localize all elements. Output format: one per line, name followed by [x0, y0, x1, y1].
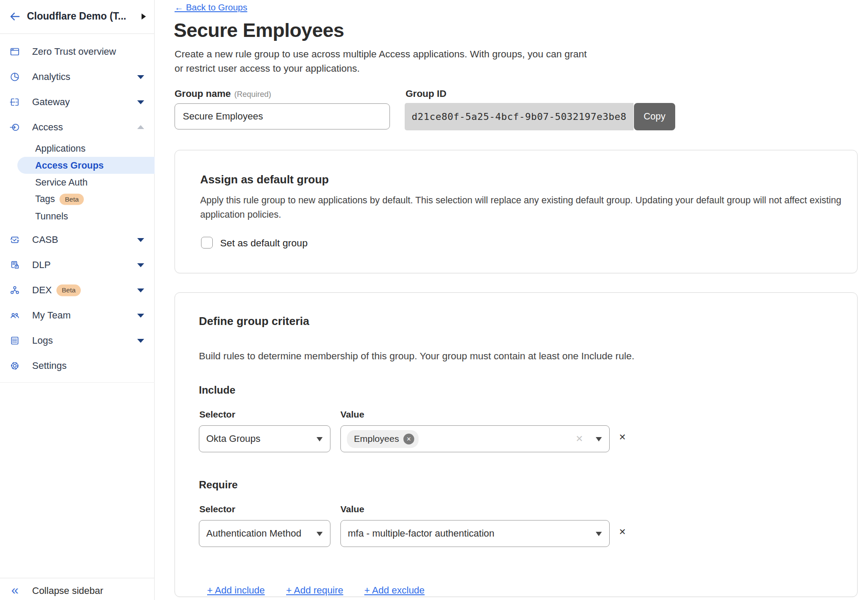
sidebar-item-access[interactable]: Access: [0, 115, 155, 140]
sidebar-item-label: DEX: [32, 285, 52, 296]
require-value-label: Value: [340, 504, 364, 514]
chevron-down-icon[interactable]: [137, 238, 144, 242]
sidebar-item-label: Gateway: [32, 96, 70, 108]
chip-label: Employees: [354, 434, 399, 444]
add-require-link[interactable]: + Add require: [286, 585, 343, 596]
sidebar-item-label: Tags: [35, 194, 55, 205]
employees-chip: Employees ✕: [347, 430, 419, 448]
remove-require-rule-icon[interactable]: ✕: [619, 527, 626, 537]
require-selector-value: Authentication Method: [206, 528, 301, 539]
account-expand-caret-icon[interactable]: [142, 13, 146, 20]
sidebar-item-zero-trust-overview[interactable]: Zero Trust overview: [0, 39, 155, 64]
sidebar-item-dlp[interactable]: DLP: [0, 252, 155, 278]
require-selector-label: Selector: [199, 504, 235, 514]
sidebar-item-tunnels[interactable]: Tunnels: [0, 208, 155, 225]
include-value-label: Value: [340, 409, 364, 420]
sidebar: Cloudflare Demo (T... Zero Trust overvie…: [0, 0, 155, 600]
people-icon: [10, 310, 20, 321]
sidebar-item-logs[interactable]: Logs: [0, 328, 155, 353]
pie-chart-icon: [10, 72, 20, 82]
chevron-down-icon[interactable]: [137, 314, 144, 318]
beta-badge: Beta: [56, 285, 81, 296]
sidebar-item-label: Settings: [32, 360, 67, 371]
require-heading: Require: [199, 479, 238, 491]
beta-badge: Beta: [59, 193, 84, 205]
assign-default-group-card: Assign as default group Apply this rule …: [175, 150, 858, 273]
back-to-groups-link[interactable]: ← Back to Groups: [175, 2, 247, 13]
gateway-icon: [10, 97, 20, 107]
sidebar-item-label: DLP: [32, 259, 51, 271]
sidebar-nav: Zero Trust overview Analytics Gateway A: [0, 39, 155, 378]
gear-icon: [10, 361, 20, 371]
back-arrow-icon[interactable]: [9, 10, 21, 23]
sidebar-item-tags[interactable]: Tags Beta: [0, 191, 155, 208]
sidebar-item-my-team[interactable]: My Team: [0, 303, 155, 328]
chevron-down-icon[interactable]: [137, 263, 144, 267]
sidebar-item-analytics[interactable]: Analytics: [0, 64, 155, 90]
sidebar-item-casb[interactable]: CASB: [0, 227, 155, 252]
sidebar-item-label: Tunnels: [35, 211, 68, 222]
sidebar-item-label: Logs: [32, 335, 53, 346]
chevron-down-icon: [596, 532, 602, 536]
chevron-down-icon[interactable]: [137, 339, 144, 343]
chevron-up-icon[interactable]: [137, 125, 144, 129]
remove-chip-icon[interactable]: ✕: [403, 434, 414, 444]
sidebar-item-label: Service Auth: [35, 177, 88, 188]
collapse-chevrons-icon: «: [11, 583, 19, 597]
group-id-value: d21ce80f-5a25-4bcf-9b07-5032197e3be8: [405, 103, 634, 130]
access-login-icon: [10, 122, 20, 133]
require-selector-dropdown[interactable]: Authentication Method: [199, 520, 330, 547]
chevron-down-icon: [317, 532, 323, 536]
sidebar-item-label: Access: [32, 122, 63, 133]
include-selector-value: Okta Groups: [206, 433, 261, 444]
sidebar-item-access-groups[interactable]: Access Groups: [17, 157, 155, 174]
group-id-label: Group ID: [406, 88, 446, 99]
chevron-down-icon[interactable]: [137, 100, 144, 104]
add-include-link[interactable]: + Add include: [207, 585, 265, 596]
document-lock-icon: [10, 260, 20, 270]
required-hint: (Required): [234, 90, 271, 99]
include-value-multiselect[interactable]: Employees ✕ ✕: [340, 425, 610, 452]
sidebar-item-label: CASB: [32, 234, 58, 245]
sidebar-item-applications[interactable]: Applications: [0, 140, 155, 157]
account-name[interactable]: Cloudflare Demo (T...: [27, 10, 126, 22]
group-name-input[interactable]: [175, 103, 390, 129]
sidebar-item-service-auth[interactable]: Service Auth: [0, 174, 155, 191]
card-body: Build rules to determine membership of t…: [199, 351, 634, 362]
sidebar-header: Cloudflare Demo (T...: [0, 0, 154, 34]
require-value: mfa - multiple-factor authentication: [348, 528, 495, 539]
group-id-field: d21ce80f-5a25-4bcf-9b07-5032197e3be8 Cop…: [405, 103, 675, 130]
copy-button[interactable]: Copy: [634, 103, 675, 130]
sidebar-item-label: Zero Trust overview: [32, 46, 116, 57]
chevron-down-icon: [317, 437, 323, 441]
log-list-icon: [10, 335, 20, 346]
sidebar-item-label: Analytics: [32, 71, 70, 83]
card-title: Define group criteria: [199, 315, 309, 328]
set-default-group-label: Set as default group: [220, 238, 307, 249]
collapse-sidebar-label: Collapse sidebar: [32, 585, 103, 597]
remove-include-rule-icon[interactable]: ✕: [619, 432, 626, 442]
sidebar-item-gateway[interactable]: Gateway: [0, 90, 155, 115]
collapse-sidebar-button[interactable]: « Collapse sidebar: [0, 578, 155, 600]
set-default-group-checkbox[interactable]: [201, 237, 213, 249]
card-body-line1: Apply this rule group to new application…: [200, 195, 841, 206]
page-title: Secure Employees: [174, 19, 344, 42]
define-group-criteria-card: Define group criteria Build rules to det…: [175, 292, 858, 597]
network-nodes-icon: [10, 285, 20, 295]
page-description-line2: or restrict user access to your applicat…: [175, 63, 360, 74]
sidebar-item-settings[interactable]: Settings: [0, 353, 155, 378]
add-exclude-link[interactable]: + Add exclude: [364, 585, 425, 596]
sidebar-item-dex[interactable]: DEX Beta: [0, 278, 155, 303]
sidebar-item-label: My Team: [32, 310, 71, 321]
chevron-down-icon[interactable]: [137, 75, 144, 79]
include-selector-label: Selector: [199, 409, 235, 420]
chevron-down-icon: [596, 437, 602, 441]
sidebar-divider: [0, 382, 155, 383]
require-value-dropdown[interactable]: mfa - multiple-factor authentication: [340, 520, 610, 547]
clear-values-icon[interactable]: ✕: [575, 434, 583, 444]
page-description-line1: Create a new rule group to use across mu…: [175, 49, 587, 60]
chevron-down-icon[interactable]: [137, 288, 144, 292]
sidebar-item-label: Access Groups: [35, 160, 104, 171]
sidebar-item-label: Applications: [35, 143, 86, 154]
include-selector-dropdown[interactable]: Okta Groups: [199, 425, 330, 452]
